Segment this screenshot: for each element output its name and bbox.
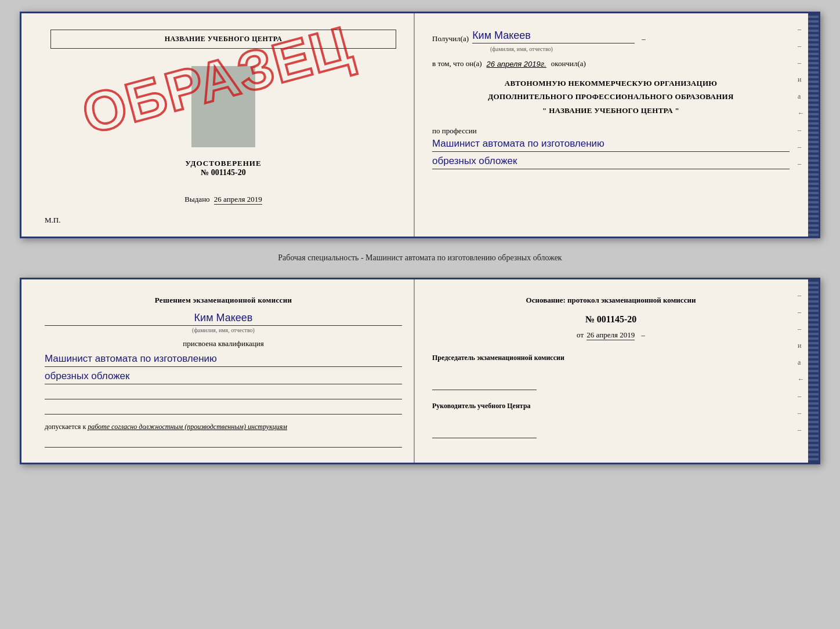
- mp-label: М.П.: [45, 216, 60, 224]
- issued-label: Выдано: [184, 195, 209, 203]
- spine-right-bottom: [808, 279, 819, 463]
- middle-caption: Рабочая специальность - Машинист автомат…: [278, 249, 562, 267]
- commission-text: Решением экзаменационной комиссии: [45, 296, 402, 305]
- osnov-label: Основание: протокол экзаменационной коми…: [432, 296, 790, 305]
- qualification-line1: Машинист автомата по изготовлению: [45, 353, 402, 367]
- chairman-sig-block: Председатель экзаменационной комиссии: [432, 354, 790, 390]
- org-line2: ДОПОЛНИТЕЛЬНОГО ПРОФЕССИОНАЛЬНОГО ОБРАЗО…: [432, 90, 790, 103]
- profession-value-line1: Машинист автомата по изготовлению: [432, 138, 790, 152]
- allowed-text: допускается к работе согласно должностны…: [45, 423, 402, 431]
- date-value: 26 апреля 2019г.: [487, 60, 546, 68]
- org-line3: " НАЗВАНИЕ УЧЕБНОГО ЦЕНТРА ": [432, 104, 790, 117]
- allowed-italic: работе согласно должностным (производств…: [88, 423, 287, 431]
- person-name-bottom: Ким Макеев: [45, 312, 402, 326]
- qualification-line2: обрезных обложек: [45, 370, 402, 384]
- protocol-date-value: 26 апреля 2019: [586, 330, 635, 340]
- top-doc-left: НАЗВАНИЕ УЧЕБНОГО ЦЕНТРА УДОСТОВЕРЕНИЕ №…: [21, 13, 415, 237]
- center-head-sig-block: Руководитель учебного Центра: [432, 402, 790, 438]
- recipient-prefix: Получил(а): [432, 34, 469, 43]
- profession-label: по профессии: [432, 126, 790, 136]
- spine-right-top: [808, 13, 819, 237]
- cert-title-section: УДОСТОВЕРЕНИЕ № 001145-20: [45, 159, 402, 177]
- date-prefix: в том, что он(а): [432, 59, 482, 68]
- recipient-line: Получил(а) Ким Макеев –: [432, 30, 790, 43]
- photo-placeholder: [191, 66, 255, 147]
- center-head-sig-line: [432, 427, 537, 438]
- right-dashes-top: –––иа←–––: [798, 25, 805, 168]
- blank-line-1: [45, 388, 402, 399]
- fio-hint-top: (фамилия, имя, отчество): [490, 46, 790, 52]
- school-name-text: НАЗВАНИЕ УЧЕБНОГО ЦЕНТРА: [165, 35, 283, 43]
- protocol-date-prefix: от: [577, 330, 584, 339]
- cert-number: № 001145-20: [45, 168, 402, 177]
- fio-hint-bottom: (фамилия, имя, отчество): [45, 327, 402, 333]
- cert-title: УДОСТОВЕРЕНИЕ: [45, 159, 402, 168]
- recipient-name: Ким Макеев: [472, 30, 635, 43]
- protocol-number: № 001145-20: [432, 314, 790, 325]
- center-head-title: Руководитель учебного Центра: [432, 402, 790, 410]
- qualification-label: присвоена квалификация: [45, 339, 402, 348]
- blank-line-3: [45, 436, 402, 448]
- chairman-sig-line: [432, 379, 537, 390]
- issued-date: 26 апреля 2019: [214, 195, 262, 205]
- date-suffix: окончил(а): [551, 59, 586, 68]
- right-dashes-bottom: –––иа←–––: [798, 291, 805, 434]
- bottom-doc-left: Решением экзаменационной комиссии Ким Ма…: [21, 279, 415, 463]
- chairman-title: Председатель экзаменационной комиссии: [432, 354, 790, 362]
- bottom-document-spread: Решением экзаменационной комиссии Ким Ма…: [20, 278, 820, 464]
- top-document-spread: НАЗВАНИЕ УЧЕБНОГО ЦЕНТРА УДОСТОВЕРЕНИЕ №…: [20, 12, 820, 238]
- issued-line: Выдано 26 апреля 2019: [45, 195, 402, 204]
- bottom-doc-right: Основание: протокол экзаменационной коми…: [415, 279, 819, 463]
- profession-value-line2: обрезных обложек: [432, 155, 790, 169]
- top-doc-right: Получил(а) Ким Макеев – (фамилия, имя, о…: [415, 13, 819, 237]
- protocol-date: от 26 апреля 2019 –: [432, 330, 790, 340]
- commission-block: Решением экзаменационной комиссии: [45, 296, 402, 305]
- date-line: в том, что он(а) 26 апреля 2019г. окончи…: [432, 59, 790, 68]
- allowed-prefix: допускается к: [45, 423, 86, 431]
- org-line1: АВТОНОМНУЮ НЕКОММЕРЧЕСКУЮ ОРГАНИЗАЦИЮ: [432, 77, 790, 90]
- school-name-box: НАЗВАНИЕ УЧЕБНОГО ЦЕНТРА: [50, 30, 396, 49]
- org-block: АВТОНОМНУЮ НЕКОММЕРЧЕСКУЮ ОРГАНИЗАЦИЮ ДО…: [432, 77, 790, 117]
- mp-line: М.П.: [45, 216, 402, 225]
- blank-line-2: [45, 403, 402, 415]
